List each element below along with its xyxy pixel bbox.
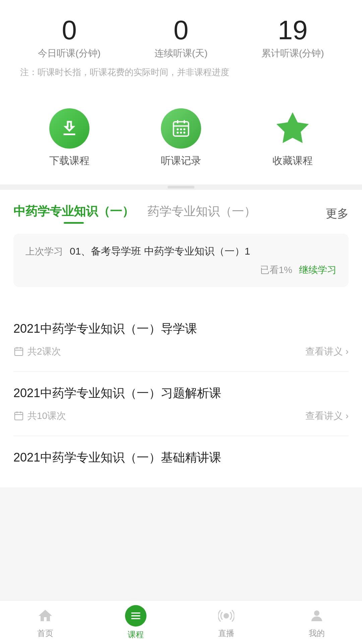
- course-item-3: 2021中药学专业知识（一）基础精讲课: [13, 436, 349, 487]
- svg-point-8: [180, 132, 182, 134]
- nav-live-label: 直播: [218, 628, 234, 639]
- last-study-footer: 已看1% 继续学习: [25, 264, 337, 276]
- last-study-row: 上次学习 01、备考导学班 中药学专业知识（一）1: [25, 245, 337, 258]
- svg-point-4: [177, 128, 179, 130]
- progress-text: 已看1%: [260, 264, 292, 276]
- svg-point-9: [183, 132, 185, 134]
- download-action[interactable]: 下载课程: [49, 108, 89, 168]
- last-study-label: 上次学习: [25, 245, 63, 258]
- svg-point-20: [314, 610, 319, 616]
- view-notes-2[interactable]: 查看讲义 ›: [305, 410, 349, 422]
- consecutive-stat: 0 连续听课(天): [125, 17, 237, 60]
- course-item-2: 2021中药学专业知识（一）习题解析课 共10课次 查看讲义 ›: [13, 372, 349, 436]
- lessons-count-1: 共2课次: [27, 345, 61, 358]
- last-study-card: 上次学习 01、备考导学班 中药学专业知识（一）1 已看1% 继续学习: [13, 234, 349, 287]
- view-notes-label-1: 查看讲义: [305, 345, 343, 358]
- stats-section: 0 今日听课(分钟) 0 连续听课(天) 19 累计听课(分钟) 注：听课时长指…: [0, 0, 362, 102]
- favorites-action[interactable]: 收藏课程: [273, 108, 313, 168]
- course-lessons-1: 共2课次: [13, 345, 61, 358]
- total-minutes: 19: [237, 17, 349, 44]
- course-list: 2021中药学专业知识（一）导学课 共2课次 查看讲义 › 2021中药学专业知…: [0, 307, 362, 487]
- svg-marker-10: [277, 113, 308, 142]
- svg-rect-15: [15, 412, 23, 420]
- bottom-nav: 首页 课程 直播 我的: [0, 600, 362, 644]
- view-notes-label-2: 查看讲义: [305, 410, 343, 422]
- course-item-1: 2021中药学专业知识（一）导学课 共2课次 查看讲义 ›: [13, 307, 349, 372]
- history-icon: [161, 108, 201, 149]
- tab-more[interactable]: 更多: [326, 206, 349, 221]
- today-label: 今日听课(分钟): [13, 47, 125, 60]
- section-divider: [0, 184, 362, 190]
- view-notes-1[interactable]: 查看讲义 ›: [305, 345, 349, 358]
- nav-profile[interactable]: 我的: [272, 606, 362, 639]
- nav-profile-label: 我的: [309, 628, 325, 639]
- nav-home[interactable]: 首页: [0, 606, 90, 639]
- favorites-icon: [273, 108, 313, 149]
- svg-point-7: [177, 132, 179, 134]
- total-label: 累计听课(分钟): [237, 47, 349, 60]
- last-study-title: 01、备考导学班 中药学专业知识（一）1: [70, 245, 250, 258]
- tab-yaoxue[interactable]: 药学专业知识（一）: [147, 203, 256, 224]
- home-icon: [36, 606, 55, 625]
- history-action[interactable]: 听课记录: [161, 108, 201, 168]
- nav-courses-label: 课程: [128, 629, 144, 640]
- stats-row: 0 今日听课(分钟) 0 连续听课(天) 19 累计听课(分钟): [13, 17, 349, 60]
- favorites-label: 收藏课程: [273, 154, 313, 168]
- course-meta-2: 共10课次 查看讲义 ›: [13, 410, 349, 422]
- history-label: 听课记录: [161, 154, 201, 168]
- tabs-section: 中药学专业知识（一） 药学专业知识（一） 更多 上次学习 01、备考导学班 中药…: [0, 190, 362, 307]
- today-stat: 0 今日听课(分钟): [13, 17, 125, 60]
- svg-rect-11: [15, 348, 23, 356]
- nav-courses[interactable]: 课程: [90, 605, 181, 640]
- chevron-icon-1: ›: [346, 346, 349, 357]
- stat-note: 注：听课时长指，听课花费的实际时间，并非课程进度: [13, 66, 349, 78]
- course-title-2: 2021中药学专业知识（一）习题解析课: [13, 385, 349, 401]
- today-minutes: 0: [13, 17, 125, 44]
- course-lessons-2: 共10课次: [13, 410, 66, 422]
- consecutive-label: 连续听课(天): [125, 47, 237, 60]
- download-label: 下载课程: [49, 154, 89, 168]
- consecutive-days: 0: [125, 17, 237, 44]
- continue-button[interactable]: 继续学习: [299, 264, 337, 276]
- svg-point-6: [183, 128, 185, 130]
- lessons-count-2: 共10课次: [27, 410, 66, 422]
- course-title-3: 2021中药学专业知识（一）基础精讲课: [13, 449, 349, 466]
- total-stat: 19 累计听课(分钟): [237, 17, 349, 60]
- course-title-1: 2021中药学专业知识（一）导学课: [13, 321, 349, 337]
- svg-point-19: [224, 613, 229, 619]
- tab-zhongyao[interactable]: 中药学专业知识（一）: [13, 203, 134, 224]
- quick-actions: 下载课程 听课记录 收藏课程: [0, 102, 362, 184]
- courses-icon: [125, 605, 146, 627]
- svg-point-5: [180, 128, 182, 130]
- download-icon: [49, 108, 89, 149]
- nav-live[interactable]: 直播: [181, 606, 272, 639]
- profile-icon: [307, 606, 326, 625]
- course-meta-1: 共2课次 查看讲义 ›: [13, 345, 349, 358]
- chevron-icon-2: ›: [346, 411, 349, 421]
- live-icon: [217, 606, 236, 625]
- tabs-row: 中药学专业知识（一） 药学专业知识（一） 更多: [13, 203, 349, 224]
- nav-home-label: 首页: [37, 628, 53, 639]
